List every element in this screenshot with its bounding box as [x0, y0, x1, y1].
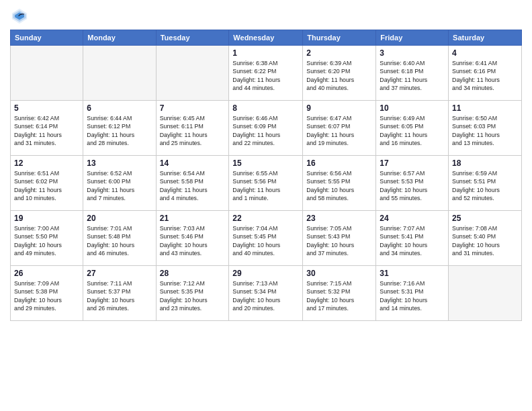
weekday-header-wednesday: Wednesday [229, 30, 303, 46]
day-cell-21: 21Sunrise: 7:03 AM Sunset: 5:46 PM Dayli… [156, 211, 229, 266]
weekday-header-thursday: Thursday [303, 30, 376, 46]
day-cell-31: 31Sunrise: 7:16 AM Sunset: 5:31 PM Dayli… [376, 266, 449, 321]
week-row-1: 1Sunrise: 6:38 AM Sunset: 6:22 PM Daylig… [11, 46, 522, 101]
day-cell-29: 29Sunrise: 7:13 AM Sunset: 5:34 PM Dayli… [229, 266, 303, 321]
day-number: 3 [380, 48, 445, 58]
day-cell-22: 22Sunrise: 7:04 AM Sunset: 5:45 PM Dayli… [229, 211, 303, 266]
day-info: Sunrise: 6:49 AM Sunset: 6:05 PM Dayligh… [380, 114, 445, 147]
weekday-header-row: SundayMondayTuesdayWednesdayThursdayFrid… [11, 30, 522, 46]
empty-cell [83, 46, 156, 101]
day-info: Sunrise: 6:41 AM Sunset: 6:16 PM Dayligh… [452, 59, 518, 92]
day-info: Sunrise: 7:13 AM Sunset: 5:34 PM Dayligh… [232, 279, 299, 312]
page: SundayMondayTuesdayWednesdayThursdayFrid… [0, 0, 532, 328]
day-info: Sunrise: 6:56 AM Sunset: 5:55 PM Dayligh… [306, 169, 372, 202]
day-number: 20 [87, 214, 152, 223]
day-cell-11: 11Sunrise: 6:50 AM Sunset: 6:03 PM Dayli… [449, 101, 522, 156]
day-cell-6: 6Sunrise: 6:44 AM Sunset: 6:12 PM Daylig… [83, 101, 156, 156]
day-cell-8: 8Sunrise: 6:46 AM Sunset: 6:09 PM Daylig… [229, 101, 303, 156]
day-cell-14: 14Sunrise: 6:54 AM Sunset: 5:58 PM Dayli… [156, 156, 229, 211]
day-number: 18 [452, 158, 518, 168]
day-number: 15 [232, 158, 299, 168]
day-cell-10: 10Sunrise: 6:49 AM Sunset: 6:05 PM Dayli… [376, 101, 449, 156]
day-number: 23 [306, 214, 372, 223]
day-info: Sunrise: 6:46 AM Sunset: 6:09 PM Dayligh… [232, 114, 299, 147]
day-number: 11 [452, 103, 518, 113]
day-info: Sunrise: 6:47 AM Sunset: 6:07 PM Dayligh… [306, 114, 372, 147]
day-cell-7: 7Sunrise: 6:45 AM Sunset: 6:11 PM Daylig… [156, 101, 229, 156]
logo [10, 7, 32, 26]
day-info: Sunrise: 7:15 AM Sunset: 5:32 PM Dayligh… [306, 279, 372, 312]
day-cell-19: 19Sunrise: 7:00 AM Sunset: 5:50 PM Dayli… [11, 211, 83, 266]
day-number: 6 [87, 103, 152, 113]
day-number: 12 [14, 158, 79, 168]
empty-cell [11, 46, 83, 101]
day-info: Sunrise: 7:11 AM Sunset: 5:37 PM Dayligh… [87, 279, 152, 312]
empty-cell [156, 46, 229, 101]
day-info: Sunrise: 6:59 AM Sunset: 5:51 PM Dayligh… [452, 169, 518, 202]
day-info: Sunrise: 7:16 AM Sunset: 5:31 PM Dayligh… [380, 279, 445, 312]
day-info: Sunrise: 7:01 AM Sunset: 5:48 PM Dayligh… [87, 224, 152, 257]
day-number: 7 [160, 103, 226, 113]
empty-cell [449, 266, 522, 321]
day-info: Sunrise: 7:08 AM Sunset: 5:40 PM Dayligh… [452, 224, 518, 257]
day-number: 26 [14, 269, 79, 278]
day-cell-2: 2Sunrise: 6:39 AM Sunset: 6:20 PM Daylig… [303, 46, 376, 101]
calendar: SundayMondayTuesdayWednesdayThursdayFrid… [10, 30, 522, 321]
day-number: 14 [160, 158, 226, 168]
day-cell-30: 30Sunrise: 7:15 AM Sunset: 5:32 PM Dayli… [303, 266, 376, 321]
day-cell-23: 23Sunrise: 7:05 AM Sunset: 5:43 PM Dayli… [303, 211, 376, 266]
week-row-4: 19Sunrise: 7:00 AM Sunset: 5:50 PM Dayli… [11, 211, 522, 266]
day-cell-27: 27Sunrise: 7:11 AM Sunset: 5:37 PM Dayli… [83, 266, 156, 321]
day-cell-18: 18Sunrise: 6:59 AM Sunset: 5:51 PM Dayli… [449, 156, 522, 211]
day-cell-17: 17Sunrise: 6:57 AM Sunset: 5:53 PM Dayli… [376, 156, 449, 211]
header [10, 7, 522, 26]
day-cell-20: 20Sunrise: 7:01 AM Sunset: 5:48 PM Dayli… [83, 211, 156, 266]
day-number: 27 [87, 269, 152, 278]
day-number: 29 [232, 269, 299, 278]
day-info: Sunrise: 6:51 AM Sunset: 6:02 PM Dayligh… [14, 169, 79, 202]
day-cell-24: 24Sunrise: 7:07 AM Sunset: 5:41 PM Dayli… [376, 211, 449, 266]
day-number: 19 [14, 214, 79, 223]
day-info: Sunrise: 6:42 AM Sunset: 6:14 PM Dayligh… [14, 114, 79, 147]
day-info: Sunrise: 6:38 AM Sunset: 6:22 PM Dayligh… [232, 59, 299, 92]
day-number: 8 [232, 103, 299, 113]
logo-icon [10, 7, 29, 26]
day-info: Sunrise: 6:52 AM Sunset: 6:00 PM Dayligh… [87, 169, 152, 202]
day-number: 22 [232, 214, 299, 223]
day-info: Sunrise: 6:45 AM Sunset: 6:11 PM Dayligh… [160, 114, 226, 147]
day-cell-12: 12Sunrise: 6:51 AM Sunset: 6:02 PM Dayli… [11, 156, 83, 211]
day-cell-26: 26Sunrise: 7:09 AM Sunset: 5:38 PM Dayli… [11, 266, 83, 321]
day-info: Sunrise: 7:03 AM Sunset: 5:46 PM Dayligh… [160, 224, 226, 257]
day-info: Sunrise: 6:50 AM Sunset: 6:03 PM Dayligh… [452, 114, 518, 147]
day-cell-1: 1Sunrise: 6:38 AM Sunset: 6:22 PM Daylig… [229, 46, 303, 101]
day-info: Sunrise: 6:57 AM Sunset: 5:53 PM Dayligh… [380, 169, 445, 202]
day-number: 5 [14, 103, 79, 113]
day-number: 4 [452, 48, 518, 58]
day-info: Sunrise: 7:07 AM Sunset: 5:41 PM Dayligh… [380, 224, 445, 257]
day-number: 17 [380, 158, 445, 168]
day-cell-15: 15Sunrise: 6:55 AM Sunset: 5:56 PM Dayli… [229, 156, 303, 211]
day-number: 31 [380, 269, 445, 278]
day-number: 2 [306, 48, 372, 58]
day-cell-28: 28Sunrise: 7:12 AM Sunset: 5:35 PM Dayli… [156, 266, 229, 321]
day-info: Sunrise: 6:55 AM Sunset: 5:56 PM Dayligh… [232, 169, 299, 202]
day-cell-5: 5Sunrise: 6:42 AM Sunset: 6:14 PM Daylig… [11, 101, 83, 156]
day-info: Sunrise: 7:09 AM Sunset: 5:38 PM Dayligh… [14, 279, 79, 312]
day-cell-25: 25Sunrise: 7:08 AM Sunset: 5:40 PM Dayli… [449, 211, 522, 266]
weekday-header-sunday: Sunday [11, 30, 83, 46]
week-row-5: 26Sunrise: 7:09 AM Sunset: 5:38 PM Dayli… [11, 266, 522, 321]
day-number: 1 [232, 48, 299, 58]
weekday-header-friday: Friday [376, 30, 449, 46]
day-cell-13: 13Sunrise: 6:52 AM Sunset: 6:00 PM Dayli… [83, 156, 156, 211]
day-number: 21 [160, 214, 226, 223]
day-info: Sunrise: 6:44 AM Sunset: 6:12 PM Dayligh… [87, 114, 152, 147]
day-info: Sunrise: 7:00 AM Sunset: 5:50 PM Dayligh… [14, 224, 79, 257]
day-info: Sunrise: 7:04 AM Sunset: 5:45 PM Dayligh… [232, 224, 299, 257]
weekday-header-saturday: Saturday [449, 30, 522, 46]
day-number: 13 [87, 158, 152, 168]
day-number: 30 [306, 269, 372, 278]
week-row-3: 12Sunrise: 6:51 AM Sunset: 6:02 PM Dayli… [11, 156, 522, 211]
day-cell-4: 4Sunrise: 6:41 AM Sunset: 6:16 PM Daylig… [449, 46, 522, 101]
day-cell-16: 16Sunrise: 6:56 AM Sunset: 5:55 PM Dayli… [303, 156, 376, 211]
week-row-2: 5Sunrise: 6:42 AM Sunset: 6:14 PM Daylig… [11, 101, 522, 156]
